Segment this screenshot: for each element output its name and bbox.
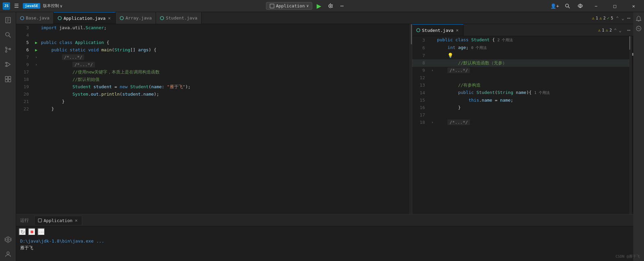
right-line-6: 6 int age; 0 个用法 — [412, 44, 629, 52]
app-logo: JS — [3, 2, 10, 10]
account-activity-icon[interactable] — [1, 248, 15, 261]
student-java-left-icon — [160, 16, 164, 20]
run-tab-close[interactable]: × — [74, 217, 78, 223]
left-scrollbar-thumb — [411, 24, 412, 44]
code-line-17: 17 //使用new关键字，本质上是在调用构造函数 — [16, 68, 409, 76]
svg-point-28 — [120, 16, 123, 20]
svg-rect-21 — [8, 76, 10, 79]
code-line-3: 3 import java.util.Scanner; — [16, 24, 409, 32]
tab-bar-more[interactable]: ⋯ — [627, 14, 631, 21]
code-line-7: 7 › /*...*/ — [16, 54, 409, 61]
tab-close-application[interactable]: × — [107, 15, 111, 21]
svg-point-29 — [160, 16, 164, 20]
maximize-btn[interactable]: □ — [607, 0, 623, 12]
app-config-btn[interactable]: Application ∨ — [266, 2, 313, 10]
right-gutter — [633, 12, 644, 261]
svg-point-18 — [5, 62, 6, 64]
tab-base-java[interactable]: Base.java — [16, 12, 54, 24]
code-line-19: 19 Student student = new Student(name: "… — [16, 83, 409, 91]
runtime-badge[interactable]: javaSE — [23, 3, 40, 9]
tab-student-java-right[interactable]: Student.java × — [412, 24, 464, 36]
rerun-btn[interactable]: ↻ — [19, 228, 26, 236]
console-line-path: D:\java\jdk-1.8\bin\java.exe ... — [20, 238, 633, 245]
base-java-icon — [20, 16, 24, 20]
titlebar-right: 👤+ − □ ✕ — [550, 0, 641, 12]
right-code-editor[interactable]: 3 public class Student { 2 个用法 6 in — [412, 36, 633, 214]
extensions-activity-icon[interactable] — [1, 72, 15, 86]
array-java-icon — [120, 16, 124, 20]
config-icon — [270, 4, 274, 8]
run-label: 运行 — [20, 217, 29, 223]
collapse-icon[interactable]: ⌄ — [622, 15, 624, 21]
svg-point-7 — [580, 5, 581, 7]
editor-area: Base.java Application.java × Array.java … — [16, 12, 633, 261]
svg-point-27 — [58, 16, 61, 20]
run-header: 运行 Application × — [16, 214, 633, 226]
minimize-btn[interactable]: − — [588, 0, 604, 12]
stop-btn[interactable]: ■ — [28, 228, 36, 236]
right-expand-icon[interactable]: ⌃ — [614, 28, 616, 33]
right-line-3: 3 public class Student { 2 个用法 — [412, 36, 629, 44]
right-line-8: 8 //默认构造函数（无参） — [412, 59, 629, 67]
menu-icon[interactable]: ☰ — [13, 1, 20, 10]
tab-application-java[interactable]: Application.java × — [54, 12, 116, 24]
search-icon[interactable] — [563, 1, 572, 11]
settings-activity-icon[interactable] — [1, 233, 15, 246]
svg-point-25 — [7, 252, 9, 254]
tab-bar: Base.java Application.java × Array.java … — [16, 12, 633, 24]
code-line-20: 20 System.out.println(student.name); — [16, 91, 409, 98]
add-profile-icon[interactable]: 👤+ — [550, 1, 559, 11]
svg-rect-23 — [8, 80, 10, 82]
titlebar: JS ☰ javaSE 版本控制 ∨ Application ∨ ▶ ⋯ 👤+ — [0, 0, 644, 12]
console-line-output: 雁于飞 — [20, 245, 633, 251]
titlebar-left: JS ☰ javaSE 版本控制 ∨ — [3, 1, 62, 10]
settings-icon[interactable] — [576, 1, 585, 11]
left-code-editor[interactable]: 3 import java.util.Scanner; 4 — [16, 24, 412, 214]
main-layout: Base.java Application.java × Array.java … — [0, 12, 644, 261]
application-run-tab[interactable]: Application × — [34, 216, 82, 225]
right-line-14: 14 public Student(String name){ 1 个用法 — [412, 89, 629, 97]
close-btn[interactable]: ✕ — [626, 0, 641, 12]
right-tab-bar: Student.java × ⚠ 1 ⚠ 2 ⌃ ⌄ — [412, 24, 633, 36]
right-more-icon[interactable]: ⋯ — [627, 27, 631, 34]
debug-button[interactable] — [326, 1, 335, 11]
svg-point-19 — [5, 65, 6, 67]
left-minimap — [409, 24, 412, 214]
run-button[interactable]: ▶ — [314, 1, 324, 11]
more-panel-btn[interactable]: ⋯ — [38, 228, 45, 236]
console-result: 雁于飞 — [20, 245, 33, 251]
student-java-right-icon — [416, 28, 420, 32]
more-actions-btn[interactable]: ⋯ — [337, 1, 346, 11]
git-activity-icon[interactable] — [1, 43, 15, 56]
tab-array-java[interactable]: Array.java — [116, 12, 156, 24]
search-activity-icon[interactable] — [1, 28, 15, 42]
version-control-btn[interactable]: 版本控制 ∨ — [43, 3, 62, 9]
right-line-16: 16 } — [412, 104, 629, 111]
run-debug-activity-icon[interactable] — [1, 58, 15, 71]
explorer-activity-icon[interactable] — [1, 13, 15, 27]
code-line-9: 9 › /*...*/ — [16, 61, 409, 68]
titlebar-center: Application ∨ ▶ ⋯ — [62, 1, 550, 11]
copilot-icon[interactable] — [635, 25, 642, 32]
expand-icon[interactable]: ⌃ — [616, 15, 619, 21]
svg-line-6 — [569, 7, 570, 8]
right-line-12: 12 — [412, 74, 629, 82]
console-path: D:\java\jdk-1.8\bin\java.exe ... — [20, 238, 104, 245]
left-editor-pane: 3 import java.util.Scanner; 4 — [16, 24, 412, 214]
right-editor-pane: Student.java × ⚠ 1 ⚠ 2 ⌃ ⌄ — [412, 24, 633, 214]
svg-point-24 — [7, 239, 9, 241]
gear-icon — [578, 3, 583, 9]
svg-line-13 — [9, 36, 10, 38]
notification-icon[interactable] — [635, 15, 642, 22]
svg-rect-20 — [5, 76, 7, 79]
app-java-icon — [58, 16, 62, 20]
right-line-13: 13 //有参构造 — [412, 82, 629, 89]
code-line-5: 5 ▶ public class Application { — [16, 39, 409, 46]
right-collapse-icon[interactable]: ⌄ — [619, 28, 622, 33]
right-minimap — [629, 36, 632, 214]
editors-split: 3 import java.util.Scanner; 4 — [16, 24, 633, 214]
tab-student-java-left[interactable]: Student.java — [156, 12, 202, 24]
svg-point-5 — [566, 4, 569, 7]
tab-close-student[interactable]: × — [455, 27, 459, 33]
search-svg — [565, 3, 570, 9]
